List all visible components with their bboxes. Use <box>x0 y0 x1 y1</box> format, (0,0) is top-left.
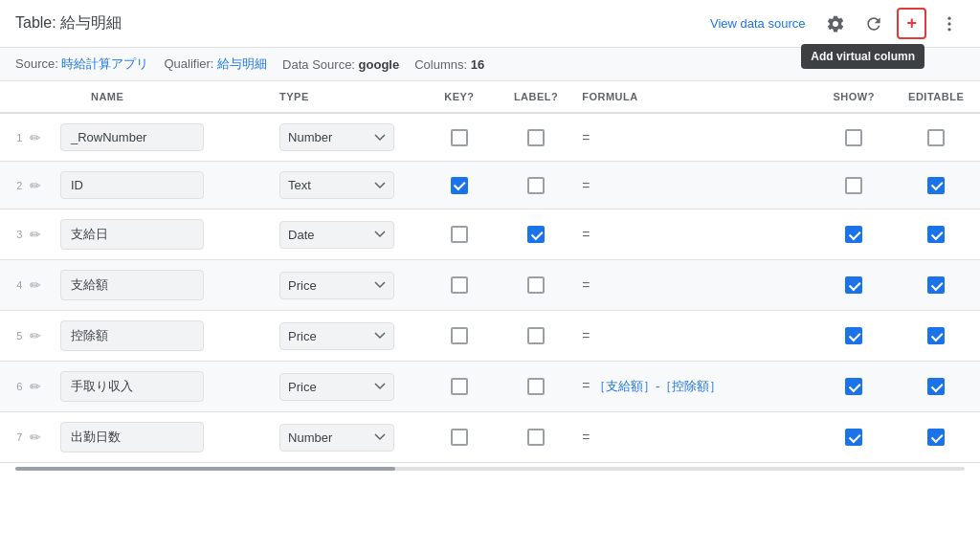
type-select[interactable]: Price <box>279 272 394 299</box>
edit-icon-cell: ✏ <box>26 162 52 209</box>
checkbox[interactable] <box>845 327 862 344</box>
edit-icon[interactable]: ✏ <box>30 379 41 394</box>
checkbox[interactable] <box>527 429 545 446</box>
edit-icon[interactable]: ✏ <box>30 277 41 293</box>
column-name-field[interactable]: 控除額 <box>60 320 204 351</box>
checkbox[interactable] <box>845 129 862 146</box>
formula-cell: = <box>574 162 815 209</box>
checkbox[interactable] <box>527 129 545 146</box>
add-virtual-column-button[interactable]: + Add virtual column <box>897 8 926 39</box>
edit-icon[interactable]: ✏ <box>30 430 41 445</box>
name-field-cell: _RowNumber <box>53 113 272 162</box>
type-field-cell: Number <box>272 412 421 463</box>
column-name-field[interactable]: 支給額 <box>60 270 204 300</box>
edit-icon[interactable]: ✏ <box>30 227 41 242</box>
formula-eq: = <box>582 227 590 242</box>
type-select[interactable]: Number <box>279 123 394 151</box>
key-checkbox-cell <box>421 412 498 463</box>
checkbox[interactable] <box>451 378 468 395</box>
horizontal-scrollbar[interactable] <box>15 467 965 471</box>
checkbox[interactable] <box>927 276 945 294</box>
formula-cell: = <box>574 412 815 463</box>
edit-icon-cell: ✏ <box>26 113 52 162</box>
checkbox[interactable] <box>527 378 545 395</box>
refresh-icon <box>864 14 883 33</box>
col-header-type: TYPE <box>272 81 421 113</box>
type-field-cell: Text <box>272 162 421 209</box>
checkbox[interactable] <box>845 276 862 294</box>
checkbox[interactable] <box>845 177 862 194</box>
checkbox[interactable] <box>845 429 862 446</box>
key-checkbox-cell <box>421 162 498 209</box>
data-source-label: Data Source: google <box>282 57 399 72</box>
row-number: 4 <box>0 260 26 311</box>
table-row: 2✏IDText= <box>0 162 980 209</box>
edit-icon[interactable]: ✏ <box>30 178 41 193</box>
row-number: 1 <box>0 113 26 162</box>
formula-eq: = <box>582 130 590 145</box>
type-select[interactable]: Price <box>279 322 394 350</box>
label-checkbox-cell <box>498 412 574 463</box>
checkbox[interactable] <box>527 177 545 194</box>
checkbox[interactable] <box>845 378 862 395</box>
checkbox[interactable] <box>451 327 468 344</box>
table-row: 3✏支給日Date= <box>0 209 980 260</box>
scrollbar-thumb[interactable] <box>15 467 395 471</box>
checkbox[interactable] <box>927 226 945 243</box>
type-select[interactable]: Price <box>279 373 394 401</box>
type-select[interactable]: Number <box>279 424 394 452</box>
editable-checkbox-cell <box>892 260 980 311</box>
more-options-button[interactable] <box>934 9 965 39</box>
checkbox[interactable] <box>927 327 945 344</box>
edit-icon-cell: ✏ <box>26 209 52 260</box>
column-name-field[interactable]: ID <box>60 171 204 199</box>
table-row: 6✏手取り収入Price= ［支給額］-［控除額］ <box>0 362 980 412</box>
checkbox[interactable] <box>451 177 468 194</box>
checkbox[interactable] <box>927 129 945 146</box>
name-field-cell: 出勤日数 <box>53 412 272 463</box>
checkbox[interactable] <box>927 177 945 194</box>
table-row: 7✏出勤日数Number= <box>0 412 980 463</box>
show-checkbox-cell <box>815 311 892 362</box>
checkbox[interactable] <box>451 129 468 146</box>
editable-checkbox-cell <box>892 162 980 209</box>
edit-icon[interactable]: ✏ <box>30 328 41 343</box>
col-header-key: KEY? <box>421 81 498 113</box>
refresh-icon-button[interactable] <box>858 9 889 39</box>
row-number: 2 <box>0 162 26 209</box>
checkbox[interactable] <box>527 276 545 294</box>
checkbox[interactable] <box>527 226 545 243</box>
table-container: NAME TYPE KEY? LABEL? FORMULA SHOW? EDIT… <box>0 81 980 474</box>
column-name-field[interactable]: 出勤日数 <box>60 422 204 452</box>
formula-eq: = <box>582 378 590 393</box>
column-name-field[interactable]: 手取り収入 <box>60 371 204 402</box>
checkbox[interactable] <box>845 226 862 243</box>
checkbox[interactable] <box>451 226 468 243</box>
type-select[interactable]: Date <box>279 221 394 249</box>
column-name-field[interactable]: 支給日 <box>60 219 204 250</box>
name-field-cell: 支給額 <box>53 260 272 311</box>
checkbox[interactable] <box>451 429 468 446</box>
label-checkbox-cell <box>498 260 574 311</box>
qualifier-label: Qualifier: 給与明細 <box>164 55 267 73</box>
col-header-editable: EDITABLE <box>892 81 980 113</box>
table-row: 4✏支給額Price= <box>0 260 980 311</box>
show-checkbox-cell <box>815 412 892 463</box>
show-checkbox-cell <box>815 113 892 162</box>
table-header-row: NAME TYPE KEY? LABEL? FORMULA SHOW? EDIT… <box>0 81 980 113</box>
checkbox[interactable] <box>527 327 545 344</box>
type-select[interactable]: Text <box>279 171 394 199</box>
column-name-field[interactable]: _RowNumber <box>60 123 204 151</box>
checkbox[interactable] <box>927 429 945 446</box>
checkbox[interactable] <box>451 276 468 294</box>
edit-icon[interactable]: ✏ <box>30 130 41 145</box>
label-checkbox-cell <box>498 162 574 209</box>
view-data-source-button[interactable]: View data source <box>702 11 813 36</box>
checkbox[interactable] <box>927 378 945 395</box>
formula-cell: = ［支給額］-［控除額］ <box>574 362 815 412</box>
settings-icon-button[interactable] <box>820 9 851 39</box>
show-checkbox-cell <box>815 162 892 209</box>
columns-table: NAME TYPE KEY? LABEL? FORMULA SHOW? EDIT… <box>0 81 980 463</box>
col-header-show: SHOW? <box>815 81 892 113</box>
label-checkbox-cell <box>498 311 574 362</box>
